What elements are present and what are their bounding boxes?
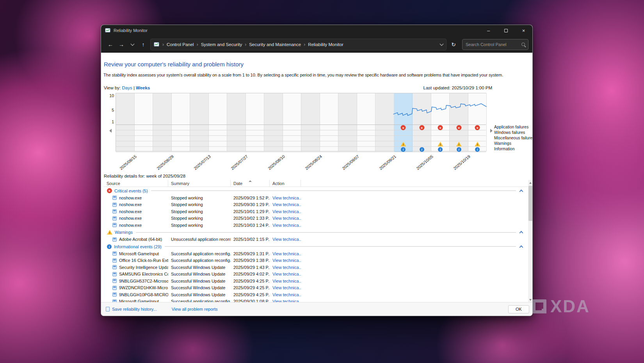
event-action: View technica... bbox=[270, 196, 301, 200]
address-breadcrumb[interactable]: › Control Panel › System and Security › … bbox=[150, 39, 447, 50]
event-date: 2025/09/29 4:25 P... bbox=[231, 279, 270, 283]
back-button[interactable]: ← bbox=[105, 39, 116, 50]
event-row[interactable]: noshow.exeStopped working2025/10/01 1:29… bbox=[104, 208, 528, 215]
event-date: 2025/09/29 1:43 P... bbox=[231, 265, 270, 270]
event-group-row: !Warnings bbox=[104, 229, 528, 236]
breadcrumb-system-and-security[interactable]: System and Security bbox=[199, 42, 244, 47]
view-by-weeks-link[interactable]: Weeks bbox=[136, 85, 150, 90]
view-all-problem-reports-link[interactable]: View all problem reports bbox=[172, 307, 218, 311]
view-technical-details-link[interactable]: View technica... bbox=[272, 251, 301, 256]
breadcrumb-control-panel[interactable]: Control Panel bbox=[165, 42, 196, 47]
event-source: 9WZDNCRD1HKW-Micro... bbox=[104, 285, 168, 290]
view-technical-details-link[interactable]: View technica... bbox=[272, 196, 301, 200]
event-source: 9NBLGGH10PG8-MICROS... bbox=[104, 292, 168, 297]
event-summary: Stopped working bbox=[168, 209, 231, 214]
chevron-down-icon bbox=[130, 42, 134, 46]
view-technical-details-link[interactable]: View technica... bbox=[272, 216, 301, 221]
information-icon: i bbox=[420, 147, 424, 152]
event-row[interactable]: 9NBLGGH10PG8-MICROS...Successful Windows… bbox=[104, 291, 528, 298]
application-failure-icon: × bbox=[401, 125, 406, 130]
breadcrumb-separator-icon: › bbox=[244, 42, 247, 47]
group-divider bbox=[136, 232, 516, 233]
refresh-button[interactable]: ↻ bbox=[448, 39, 459, 50]
save-reliability-history-link[interactable]: Save reliability history... bbox=[106, 307, 157, 311]
event-row[interactable]: Security Intelligence Upda...Successful … bbox=[104, 264, 528, 271]
event-row[interactable]: noshow.exeStopped working2025/10/03 1:24… bbox=[104, 222, 528, 229]
stability-line-plot bbox=[116, 93, 486, 124]
view-technical-details-link[interactable]: View technica... bbox=[272, 285, 301, 290]
column-header-date[interactable]: Date bbox=[231, 180, 270, 187]
event-date: 2025/10/01 1:29 P... bbox=[231, 209, 270, 214]
scrollbar-up-icon[interactable] bbox=[529, 182, 532, 184]
breadcrumb-security-and-maintenance[interactable]: Security and Maintenance bbox=[247, 42, 303, 47]
y-axis-tick: 5 bbox=[104, 108, 114, 112]
close-button[interactable]: × bbox=[515, 25, 532, 36]
breadcrumb-reliability-monitor[interactable]: Reliability Monitor bbox=[306, 42, 345, 47]
legend-item: Miscellaneous failures bbox=[494, 135, 533, 141]
event-row[interactable]: noshow.exeStopped working2025/10/02 1:33… bbox=[104, 215, 528, 222]
event-row[interactable]: 9NBLGGH537C2-Microsof...Successful Windo… bbox=[104, 278, 528, 285]
application-icon bbox=[112, 223, 117, 227]
breadcrumb-separator-icon: › bbox=[303, 42, 306, 47]
recent-pages-dropdown[interactable] bbox=[127, 39, 138, 50]
event-row[interactable]: Office 16 Click-to-Run Ext...Successful … bbox=[104, 257, 528, 264]
event-date: 2025/10/03 1:24 P... bbox=[231, 223, 270, 228]
chart-scroll-right-button[interactable] bbox=[490, 129, 493, 133]
view-technical-details-link[interactable]: View technica... bbox=[272, 265, 301, 270]
application-icon bbox=[112, 237, 117, 242]
xda-logo-icon bbox=[532, 299, 546, 313]
collapse-group-button[interactable] bbox=[519, 231, 523, 235]
view-by-days-link[interactable]: Days bbox=[122, 85, 132, 90]
event-action: View technica... bbox=[270, 285, 301, 290]
collapse-group-button[interactable] bbox=[519, 245, 523, 249]
event-summary: Successful application reconfig... bbox=[168, 251, 231, 256]
application-icon bbox=[112, 203, 117, 207]
view-technical-details-link[interactable]: View technica... bbox=[272, 279, 301, 283]
search-icon bbox=[521, 43, 525, 46]
maximize-icon bbox=[504, 29, 508, 32]
reliability-monitor-app-icon bbox=[105, 28, 110, 33]
event-source: Security Intelligence Upda... bbox=[104, 265, 168, 270]
y-axis-tick: 1 bbox=[104, 119, 114, 124]
event-summary: Successful application reconfig... bbox=[168, 258, 231, 263]
scrollbar-down-icon[interactable] bbox=[529, 299, 532, 301]
column-header-action[interactable]: Action bbox=[270, 180, 301, 187]
view-technical-details-link[interactable]: View technica... bbox=[272, 272, 301, 276]
search-input[interactable] bbox=[466, 42, 521, 47]
maximize-button[interactable] bbox=[497, 25, 515, 36]
event-row[interactable]: Adobe Acrobat (64-bit)Unsuccessful appli… bbox=[104, 236, 528, 243]
event-row[interactable]: SAMSUNG Electronics Co...Successful Wind… bbox=[104, 271, 528, 278]
details-caption: Reliability details for: week of 2025/09… bbox=[104, 174, 185, 178]
x-axis-label: 2025/10/05 bbox=[415, 154, 434, 171]
ok-button[interactable]: OK bbox=[508, 305, 529, 313]
failure-icon-grid: ×××××!!!!iiiii bbox=[116, 125, 486, 152]
up-button[interactable]: ↑ bbox=[138, 39, 149, 50]
event-row[interactable]: 9WZDNCRD1HKW-Micro...Successful Windows … bbox=[104, 285, 528, 292]
view-technical-details-link[interactable]: View technica... bbox=[272, 202, 301, 207]
column-header-source[interactable]: Source bbox=[104, 180, 168, 187]
scrollbar-thumb[interactable] bbox=[528, 186, 533, 221]
footer-bar: Save reliability history... View all pro… bbox=[101, 302, 532, 316]
event-row[interactable]: Microsoft GameInputSuccessful applicatio… bbox=[104, 250, 528, 257]
collapse-group-button[interactable] bbox=[519, 189, 523, 193]
view-technical-details-link[interactable]: View technica... bbox=[272, 237, 301, 242]
forward-button[interactable]: → bbox=[116, 39, 127, 50]
application-failure-icon: × bbox=[475, 125, 480, 130]
minimize-button[interactable]: – bbox=[480, 25, 497, 36]
chart-scroll-left-button[interactable] bbox=[109, 129, 112, 133]
view-technical-details-link[interactable]: View technica... bbox=[272, 292, 301, 297]
event-table: Source Summary Date Action ×Critical eve… bbox=[104, 180, 528, 303]
view-technical-details-link[interactable]: View technica... bbox=[272, 209, 301, 214]
column-header-summary[interactable]: Summary bbox=[168, 180, 231, 187]
legend-item: Application failures bbox=[494, 124, 533, 130]
search-box[interactable] bbox=[462, 39, 528, 50]
view-technical-details-link[interactable]: View technica... bbox=[272, 258, 301, 263]
view-technical-details-link[interactable]: View technica... bbox=[272, 223, 301, 228]
window-title: Reliability Monitor bbox=[114, 28, 148, 33]
navigation-bar: ← → ↑ › Control Panel › System and Secur… bbox=[101, 36, 532, 53]
address-dropdown-icon[interactable] bbox=[440, 42, 444, 46]
event-row[interactable]: noshow.exeStopped working2025/09/30 1:29… bbox=[104, 201, 528, 208]
table-scrollbar[interactable] bbox=[528, 180, 533, 303]
event-source: noshow.exe bbox=[104, 202, 168, 207]
event-row[interactable]: noshow.exeStopped working2025/09/29 1:52… bbox=[104, 194, 528, 201]
